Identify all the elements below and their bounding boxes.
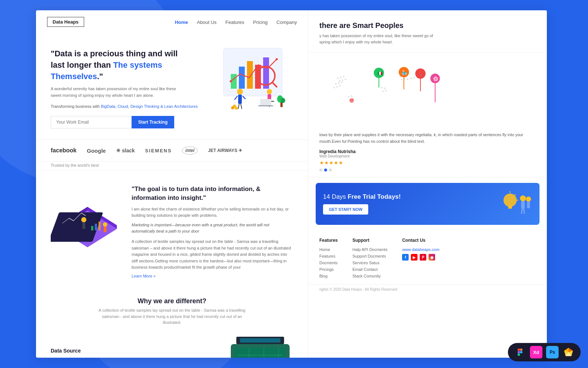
svg-point-80	[385, 90, 387, 91]
reviewer-role: Web Development	[319, 154, 536, 158]
nav-item-company[interactable]: Company	[276, 19, 297, 25]
svg-rect-110	[520, 348, 523, 351]
datasource-section: Data Source A small river named Duden fl…	[36, 329, 308, 358]
svg-line-105	[521, 209, 522, 214]
svg-point-54	[339, 80, 340, 82]
footer-social: f ▶ P ◉	[402, 254, 440, 261]
svg-point-59	[341, 81, 343, 83]
footer-support-email[interactable]: Email Contact	[352, 267, 387, 272]
brands-section: facebook Google ✳ slack SIEMENS intel JE…	[36, 139, 308, 167]
youtube-icon[interactable]: ▶	[411, 254, 417, 261]
footer-link-blog[interactable]: Blog	[319, 274, 338, 278]
footer-support-status[interactable]: Services Satus	[352, 261, 387, 265]
smart-heading: there are Smart Peoples	[319, 21, 536, 30]
footer-support-api[interactable]: Halp API Docments	[352, 247, 387, 252]
insight-section: "The goal is to turn data into informati…	[36, 174, 308, 290]
xd-icon[interactable]: Xd	[530, 346, 542, 358]
insight-illustration	[51, 185, 124, 252]
reviewer-stars: ★★★★★	[319, 160, 536, 166]
svg-point-79	[382, 91, 384, 92]
svg-text:🏪: 🏪	[402, 70, 407, 75]
brand-jet: JET AIRWAYS ✈	[208, 148, 242, 153]
svg-point-78	[384, 88, 386, 89]
smart-body: y has taken possession of my entire soul…	[319, 33, 444, 45]
brand-slack: ✳ slack	[116, 148, 135, 153]
dot-1[interactable]	[319, 169, 322, 171]
testimonial-body: lows by their place and supplies it with…	[319, 132, 536, 145]
hero-headline: "Data is a precious thing and will last …	[51, 48, 190, 82]
insight-text: "The goal is to turn data into informati…	[132, 185, 293, 279]
svg-point-60	[333, 87, 335, 88]
cta-illustration	[495, 191, 532, 217]
footer-support: Support Halp API Docments Support Docmen…	[352, 238, 387, 280]
svg-text:📍: 📍	[418, 71, 424, 77]
svg-rect-35	[95, 224, 97, 230]
nav-item-pricing[interactable]: Pricing	[253, 19, 268, 25]
footer-link-features[interactable]: Features	[319, 254, 338, 258]
svg-rect-36	[98, 222, 101, 230]
datasource-text: Data Source A small river named Duden fl…	[51, 333, 220, 358]
svg-point-27	[281, 98, 285, 103]
svg-point-6	[230, 80, 232, 82]
svg-point-74	[407, 79, 408, 80]
svg-point-24	[235, 107, 238, 110]
svg-rect-111	[517, 351, 520, 354]
footer-link-docs[interactable]: Docments	[319, 261, 338, 265]
svg-line-106	[524, 209, 524, 214]
dot-2[interactable]	[324, 169, 327, 171]
logo[interactable]: Data Heaps	[47, 17, 84, 27]
brands-row: facebook Google ✳ slack SIEMENS intel JE…	[36, 139, 308, 162]
svg-text:📶: 📶	[257, 357, 266, 358]
photoshop-icon[interactable]: Ps	[546, 346, 559, 358]
hero-illustration	[212, 45, 297, 118]
svg-point-51	[337, 78, 338, 79]
footer-contact-title: Contact Us	[402, 238, 440, 243]
nav-item-home[interactable]: Home	[175, 19, 188, 25]
svg-line-12	[234, 96, 237, 100]
svg-point-10	[237, 89, 243, 95]
footer-features-title: Features	[319, 238, 338, 243]
figma-icon[interactable]	[514, 346, 526, 358]
svg-rect-34	[91, 226, 93, 230]
brand-facebook: facebook	[51, 147, 76, 154]
app-toolbar: Xd Ps	[508, 343, 581, 361]
dot-3[interactable]	[329, 169, 332, 171]
cta-text: 14 Days Free Trial Todays! GET START NOW	[323, 193, 401, 215]
footer-support-docs[interactable]: Support Docments	[352, 254, 387, 258]
footer: Features Home Features Docments Pricings…	[308, 230, 547, 284]
nav-item-features[interactable]: Features	[225, 19, 244, 25]
brand-siemens: SIEMENS	[145, 148, 172, 153]
svg-point-58	[338, 82, 340, 84]
footer-link-home[interactable]: Home	[319, 247, 338, 252]
footer-support-stack[interactable]: Stack Comunity	[352, 274, 387, 278]
world-map: /* dots */	[308, 53, 547, 126]
facebook-icon[interactable]: f	[402, 254, 409, 261]
reviewer: Ingredia Nutrisha Web Development ★★★★★	[319, 149, 536, 166]
datasource-body: A small river named Duden flows by their…	[51, 357, 220, 358]
footer-website[interactable]: www.dataheaps.com	[402, 247, 440, 252]
navbar: Data Heaps Home About Us Features Pricin…	[36, 10, 308, 33]
cta-button[interactable]: GET START NOW	[323, 204, 368, 215]
nav-item-about[interactable]: About Us	[197, 19, 216, 25]
why-heading: Why we are different?	[51, 297, 293, 305]
svg-point-75	[410, 78, 412, 79]
svg-point-23	[231, 106, 234, 109]
footer-support-title: Support	[352, 238, 387, 243]
learn-more-link[interactable]: Learn More	[132, 274, 155, 278]
sketch-icon[interactable]	[562, 346, 575, 358]
svg-line-13	[243, 96, 245, 99]
svg-rect-50	[240, 338, 280, 343]
track-button[interactable]: Start Tracking	[132, 116, 174, 128]
datasource-heading: Data Source	[51, 348, 220, 354]
svg-rect-108	[527, 202, 530, 208]
instagram-icon[interactable]: ◉	[429, 254, 435, 261]
hero-transform: Transforming business with BigData, Clou…	[51, 103, 212, 110]
svg-point-107	[526, 197, 531, 202]
footer-link-pricing[interactable]: Pricings	[319, 267, 338, 272]
pinterest-icon[interactable]: P	[420, 254, 426, 261]
svg-point-113	[520, 351, 523, 354]
email-input[interactable]	[51, 116, 132, 128]
svg-point-82	[351, 95, 352, 97]
cta-banner: 14 Days Free Trial Todays! GET START NOW	[316, 183, 539, 225]
svg-rect-40	[234, 348, 286, 358]
